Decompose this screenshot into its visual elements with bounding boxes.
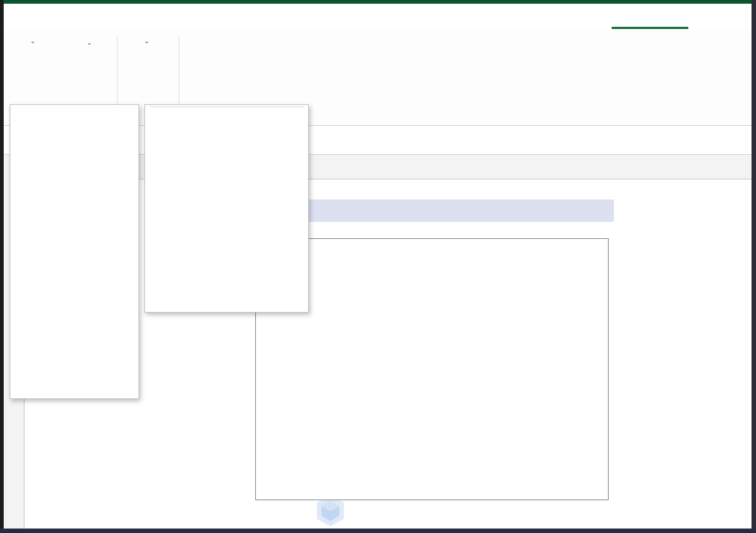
window-bottom-edge <box>0 529 756 533</box>
ribbon-tab-strip <box>0 4 756 30</box>
active-tab-underline <box>612 27 688 29</box>
change-colors-label2: ⌄ <box>144 34 150 47</box>
axes-submenu <box>144 104 309 313</box>
quick-layout-label2: ⌄ <box>86 36 92 48</box>
add-chart-element-button[interactable]: ⌄ <box>4 34 61 47</box>
quick-layout-button[interactable]: ⌄ <box>65 36 113 48</box>
add-chart-element-menu <box>10 104 139 399</box>
submenu-separator <box>150 106 304 107</box>
excel-window: ⌄ ⌄ ⌄ <box>0 0 756 533</box>
menu-item-more-axis-options[interactable] <box>145 109 308 139</box>
window-top-edge <box>0 0 756 4</box>
change-colors-button[interactable]: ⌄ <box>121 34 173 47</box>
window-left-edge <box>0 0 4 533</box>
window-right-edge <box>752 0 756 533</box>
worksheet-title-cell[interactable] <box>295 200 614 222</box>
add-chart-element-label2: ⌄ <box>30 34 36 47</box>
